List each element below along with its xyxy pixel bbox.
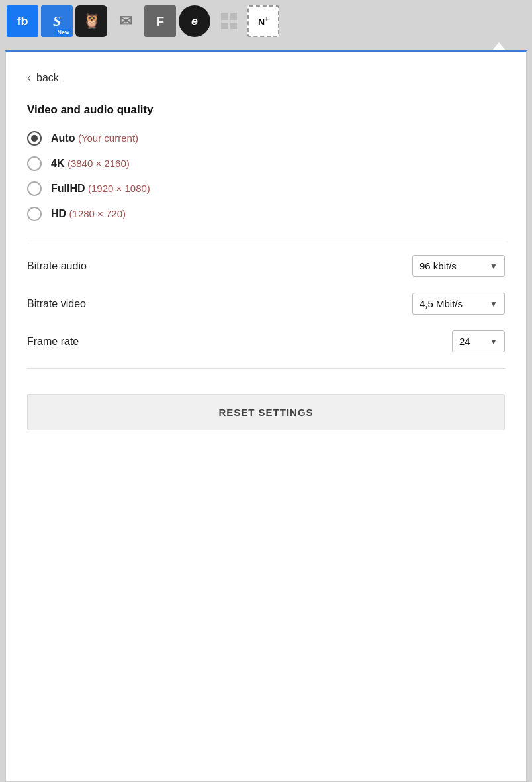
bitrate-audio-select[interactable]: 96 kbit/s ▼ (412, 255, 505, 277)
frame-rate-label: Frame rate (27, 336, 79, 348)
fb-icon[interactable]: fb (7, 5, 38, 37)
toolbar: fb S New 🦉 ✉ F e (0, 0, 532, 42)
bitrate-audio-label: Bitrate audio (27, 260, 87, 272)
back-arrow-icon: ‹ (27, 71, 31, 85)
bottom-section: RESET SETTINGS (27, 368, 505, 430)
radio-hd[interactable]: HD (1280 × 720) (27, 207, 505, 221)
main-window: fb S New 🦉 ✉ F e (0, 0, 532, 782)
stream-icon[interactable]: S New (41, 5, 73, 37)
radio-4k[interactable]: 4K (3840 × 2160) (27, 156, 505, 171)
svg-rect-1 (230, 13, 237, 20)
svg-rect-2 (221, 23, 228, 29)
divider-2 (27, 368, 505, 369)
bitrate-video-row: Bitrate video 4,5 Mbit/s ▼ (27, 293, 505, 315)
bitrate-audio-row: Bitrate audio 96 kbit/s ▼ (27, 255, 505, 277)
new-badge: New (55, 29, 71, 36)
svg-rect-0 (221, 13, 228, 20)
hootsuite-icon[interactable]: 🦉 (75, 5, 107, 37)
quality-radio-group: Auto (Your current) 4K (3840 × 2160) Ful… (27, 131, 505, 221)
bitrate-video-value: 4,5 Mbit/s (420, 298, 463, 309)
section-title: Video and audio quality (27, 103, 505, 117)
radio-hd-label: HD (1280 × 720) (51, 208, 126, 220)
settings-panel: ‹ back Video and audio quality Auto (You… (5, 50, 527, 782)
divider-1 (27, 240, 505, 240)
bitrate-audio-arrow-icon: ▼ (490, 262, 498, 271)
dropdown-arrow (0, 42, 532, 50)
radio-circle-hd (27, 207, 42, 221)
bitrate-video-arrow-icon: ▼ (490, 299, 498, 309)
radio-circle-auto (27, 131, 42, 146)
bitrate-video-select[interactable]: 4,5 Mbit/s ▼ (412, 293, 505, 315)
radio-fullhd[interactable]: FullHD (1920 × 1080) (27, 181, 505, 196)
back-button[interactable]: ‹ back (27, 71, 505, 85)
radio-4k-label: 4K (3840 × 2160) (51, 158, 130, 170)
frame-rate-select[interactable]: 24 ▼ (452, 330, 505, 352)
radio-fullhd-label: FullHD (1920 × 1080) (51, 183, 150, 195)
frame-rate-value: 24 (459, 336, 470, 347)
bitrate-video-label: Bitrate video (27, 298, 86, 310)
mail-icon[interactable]: ✉ (110, 5, 142, 37)
reset-settings-button[interactable]: RESET SETTINGS (27, 394, 505, 430)
e-icon[interactable]: e (179, 5, 210, 37)
frame-rate-arrow-icon: ▼ (490, 337, 498, 346)
radio-auto-label: Auto (Your current) (51, 132, 138, 144)
frame-rate-row: Frame rate 24 ▼ (27, 330, 505, 352)
radio-auto[interactable]: Auto (Your current) (27, 131, 505, 146)
radio-circle-fullhd (27, 181, 42, 196)
grid-icon[interactable] (213, 5, 245, 37)
f-icon[interactable]: F (144, 5, 176, 37)
bitrate-audio-value: 96 kbit/s (420, 260, 457, 271)
radio-circle-4k (27, 156, 42, 171)
svg-rect-3 (230, 23, 237, 29)
back-label: back (36, 72, 59, 84)
notion-icon[interactable]: N+ (247, 5, 279, 37)
